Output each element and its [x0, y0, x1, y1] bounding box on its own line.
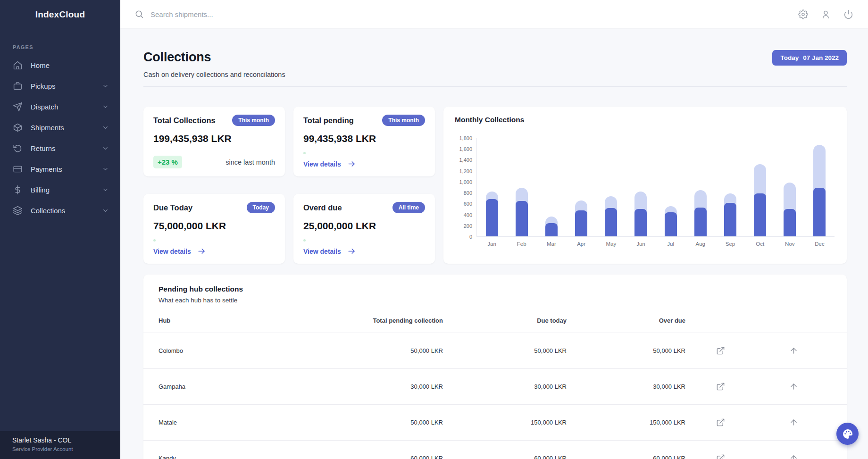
- y-tick-label: 1,200: [459, 168, 472, 174]
- status-dot: [303, 152, 306, 154]
- chevron-down-icon: [102, 103, 109, 110]
- table-header-row: Hub Total pending collection Due today O…: [143, 309, 847, 333]
- arrow-up-icon: [789, 454, 798, 459]
- y-tick-label: 1,600: [459, 146, 472, 152]
- sidebar-item-home[interactable]: Home: [0, 55, 120, 75]
- y-tick-label: 0: [469, 234, 472, 240]
- main-area: Collections Cash on delivery collections…: [120, 0, 868, 459]
- page-title: Collections: [143, 50, 285, 65]
- bar-segment-collected: [486, 199, 498, 236]
- settle-hub-button[interactable]: [789, 418, 799, 427]
- sidebar-item-label: Shipments: [31, 124, 64, 132]
- total-pending-value: 50,000 LKR: [323, 419, 443, 426]
- chart-y-axis: 1,8001,6001,4001,2001,0008006004002000: [455, 138, 476, 237]
- sidebar-item-shipments[interactable]: Shipments: [0, 117, 120, 138]
- settle-hub-button[interactable]: [789, 454, 799, 459]
- hub-name: Gampaha: [159, 383, 323, 390]
- y-tick-label: 1,400: [459, 157, 472, 163]
- due-today-value: 30,000 LKR: [443, 383, 567, 390]
- sidebar-item-collections[interactable]: Collections: [0, 200, 120, 221]
- view-details-link[interactable]: View details: [153, 247, 206, 256]
- topbar-actions: [798, 9, 854, 19]
- card-title: Total Collections: [153, 116, 216, 125]
- over-due-value: 50,000 LKR: [567, 347, 685, 354]
- open-hub-details-button[interactable]: [716, 418, 726, 427]
- sidebar-item-billing[interactable]: Billing: [0, 179, 120, 200]
- bar-aug: [685, 138, 715, 236]
- arrow-right-icon: [347, 247, 356, 256]
- profile-button[interactable]: [821, 9, 831, 19]
- table-title: Pending hub collections: [159, 285, 832, 293]
- bar-oct: [745, 138, 775, 236]
- view-details-link[interactable]: View details: [303, 247, 356, 256]
- y-tick-label: 600: [464, 201, 472, 207]
- card-amount: 99,435,938 LKR: [303, 133, 425, 144]
- sidebar-item-label: Pickups: [31, 82, 56, 90]
- sidebar-item-label: Dispatch: [31, 103, 58, 111]
- column-header-total-pending: Total pending collection: [323, 317, 443, 324]
- account-info: Starlet Sasha - COL Service Provider Acc…: [0, 431, 120, 459]
- chart-title: Monthly Collections: [455, 116, 835, 124]
- sidebar-item-pickups[interactable]: Pickups: [0, 75, 120, 96]
- settle-hub-button[interactable]: [789, 346, 799, 356]
- date-picker-button[interactable]: Today 07 Jan 2022: [772, 50, 847, 66]
- user-icon: [821, 9, 831, 19]
- bar-jan: [477, 138, 507, 236]
- card-amount: 199,435,938 LKR: [153, 133, 275, 144]
- arrow-up-icon: [789, 418, 798, 427]
- y-tick-label: 1,000: [459, 179, 472, 185]
- sidebar-item-label: Payments: [31, 165, 62, 173]
- sidebar: IndexCloud PAGES Home Pickups Dispatch S…: [0, 0, 120, 459]
- hub-name: Kandy: [159, 455, 323, 459]
- search-bar: [134, 9, 798, 19]
- layers-icon: [13, 206, 23, 216]
- open-hub-details-button[interactable]: [716, 382, 726, 392]
- period-badge: All time: [392, 202, 425, 213]
- logout-button[interactable]: [843, 9, 854, 19]
- external-link-icon: [716, 346, 725, 355]
- total-pending-value: 50,000 LKR: [323, 347, 443, 354]
- bar-segment-collected: [784, 209, 796, 236]
- brand-logo: IndexCloud: [0, 9, 120, 20]
- view-details-link[interactable]: View details: [303, 159, 356, 168]
- sidebar-nav: Home Pickups Dispatch Shipments Returns …: [0, 55, 120, 221]
- status-dot: [153, 239, 156, 242]
- over-due-value: 150,000 LKR: [567, 419, 685, 426]
- sidebar-item-label: Returns: [31, 144, 56, 152]
- due-today-value: 150,000 LKR: [443, 419, 567, 426]
- period-badge: Today: [247, 202, 275, 213]
- open-hub-details-button[interactable]: [716, 346, 726, 356]
- arrow-right-icon: [197, 247, 206, 256]
- bar-segment-collected: [575, 210, 587, 236]
- settings-button[interactable]: [798, 9, 809, 19]
- bar-segment-collected: [605, 208, 617, 236]
- rotate-ccw-icon: [13, 143, 23, 153]
- bar-segment-collected: [665, 212, 677, 236]
- header-divider: [143, 86, 847, 87]
- due-today-card: Due Today Today 75,000,000 LKR View deta…: [143, 194, 285, 264]
- external-link-icon: [716, 382, 725, 391]
- sidebar-item-payments[interactable]: Payments: [0, 159, 120, 179]
- sidebar-item-dispatch[interactable]: Dispatch: [0, 96, 120, 117]
- bar-apr: [567, 138, 596, 236]
- card-amount: 25,000,000 LKR: [303, 220, 425, 232]
- open-hub-details-button[interactable]: [716, 454, 726, 459]
- chart-plot: [476, 138, 835, 237]
- chevron-down-icon: [102, 124, 109, 131]
- chevron-down-icon: [102, 207, 109, 214]
- chevron-down-icon: [102, 83, 109, 90]
- search-input[interactable]: [150, 10, 798, 18]
- theme-customizer-fab[interactable]: [836, 423, 859, 445]
- account-type: Service Provider Account: [12, 446, 108, 452]
- view-details-label: View details: [303, 160, 341, 168]
- x-tick-label: Mar: [536, 241, 566, 247]
- table-row: Colombo 50,000 LKR 50,000 LKR 50,000 LKR: [143, 333, 847, 369]
- table-row: Matale 50,000 LKR 150,000 LKR 150,000 LK…: [143, 405, 847, 441]
- over-due-value: 60,000 LKR: [567, 455, 685, 459]
- settle-hub-button[interactable]: [789, 382, 799, 392]
- bar-may: [596, 138, 626, 236]
- package-icon: [13, 123, 23, 133]
- view-details-label: View details: [153, 248, 191, 255]
- sidebar-item-label: Home: [31, 61, 50, 69]
- sidebar-item-returns[interactable]: Returns: [0, 138, 120, 159]
